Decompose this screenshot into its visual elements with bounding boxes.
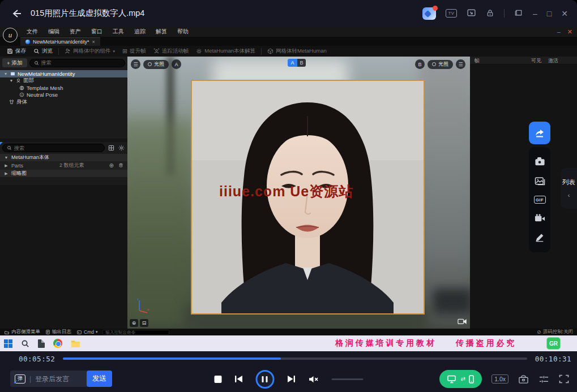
camera-a-button[interactable]: A bbox=[172, 59, 181, 69]
menu-tools[interactable]: 工具 bbox=[108, 28, 129, 36]
seek-bar[interactable] bbox=[63, 357, 527, 360]
console-command-input[interactable] bbox=[102, 330, 169, 335]
details-row-parts[interactable]: ▶ Parts 2 数组元素 ⊕ bbox=[0, 161, 127, 170]
menu-asset[interactable]: 资产 bbox=[65, 28, 86, 36]
ue-main-area: + 添加 ▼ NewMetaHumanIdentity bbox=[0, 57, 577, 329]
gif-capture-icon[interactable]: GIF bbox=[534, 196, 546, 204]
cmd-dropdown[interactable]: Cmd ▾ bbox=[76, 329, 97, 335]
component-from-mesh-button[interactable]: 网格体中的组件 ▾ bbox=[63, 48, 117, 55]
pause-button[interactable] bbox=[255, 370, 274, 389]
previous-button[interactable] bbox=[234, 375, 243, 383]
danmaku-toggle-icon[interactable]: 弹 ✓ bbox=[15, 374, 25, 384]
next-button[interactable] bbox=[287, 375, 296, 383]
chat-input[interactable] bbox=[35, 375, 87, 383]
tab-close-icon[interactable]: × bbox=[92, 39, 95, 45]
promote-frame-button[interactable]: ⊞ 提升帧 bbox=[121, 48, 148, 55]
camera-b-button[interactable]: B bbox=[415, 59, 425, 69]
chat-divider: | bbox=[29, 375, 31, 383]
folder-icon[interactable] bbox=[71, 339, 80, 347]
annotate-pen-icon[interactable] bbox=[535, 232, 545, 243]
list-side-tab[interactable]: 列表 ‹ bbox=[561, 168, 577, 209]
mesh-to-metahuman-button[interactable]: 网格体转MetaHuman bbox=[266, 48, 328, 55]
file-app-icon[interactable] bbox=[38, 339, 45, 348]
trash-icon[interactable] bbox=[118, 162, 123, 168]
tree-item-body[interactable]: 身体 bbox=[0, 98, 127, 106]
menu-solve[interactable]: 解算 bbox=[151, 28, 172, 36]
image-capture-icon[interactable] bbox=[535, 176, 545, 186]
details-section-identity[interactable]: ▼ MetaHuman本体 bbox=[0, 154, 127, 161]
tv-cast-icon[interactable]: TV bbox=[446, 9, 457, 18]
tree-item-template-mesh[interactable]: Template Mesh bbox=[0, 84, 127, 92]
windows-start-icon[interactable] bbox=[4, 339, 12, 348]
taskbar-search-icon[interactable] bbox=[21, 339, 29, 348]
viewport-menu-icon[interactable]: ☰ bbox=[456, 59, 465, 69]
video-record-icon[interactable] bbox=[535, 214, 545, 222]
video-title: 015用照片生成虚拟数字人.mp4 bbox=[31, 8, 144, 19]
ue-minimize-button[interactable]: – bbox=[557, 28, 561, 35]
tree-item-root[interactable]: ▼ NewMetaHumanIdentity bbox=[0, 70, 127, 77]
player-right-controls: ⇄ 1.0x bbox=[439, 366, 569, 392]
screenshot-camera-icon[interactable] bbox=[535, 157, 545, 166]
details-search[interactable] bbox=[2, 144, 105, 152]
zoom-fit-icon[interactable]: ⊟ bbox=[140, 319, 148, 327]
video-content[interactable]: u 文件 编辑 资产 窗口 工具 追踪 解算 帮助 – ✕ NewMetaHum… bbox=[0, 27, 577, 335]
chrome-icon[interactable] bbox=[53, 339, 62, 348]
add-element-icon[interactable]: ⊕ bbox=[109, 162, 114, 169]
track-active-frame-button[interactable]: 追踪活动帧 bbox=[152, 48, 191, 55]
menu-file[interactable]: 文件 bbox=[22, 28, 43, 36]
view-mode-lit-left[interactable]: 光照 bbox=[143, 60, 169, 69]
display-filter-icon[interactable] bbox=[107, 145, 115, 151]
minimize-button[interactable]: – bbox=[533, 10, 537, 18]
settings-gear-icon[interactable] bbox=[117, 145, 125, 151]
identity-solve-button[interactable]: MetaHuman本体解算 bbox=[194, 48, 257, 55]
lock-icon[interactable] bbox=[486, 8, 494, 19]
training-watermark-left: 格 润 传 媒 培 训 专 用 教 材 bbox=[335, 338, 434, 348]
app-logo-icon[interactable] bbox=[422, 7, 436, 20]
playback-speed-button[interactable]: 1.0x bbox=[491, 374, 508, 384]
save-icon bbox=[7, 48, 13, 54]
caret-down-icon[interactable]: ▼ bbox=[9, 79, 14, 83]
column-frame: 帧 bbox=[475, 57, 480, 64]
close-button[interactable]: ✕ bbox=[561, 10, 568, 18]
mini-player-icon[interactable] bbox=[467, 8, 476, 19]
pin-sidebar-icon[interactable] bbox=[514, 8, 523, 18]
save-button[interactable]: 保存 bbox=[5, 48, 28, 55]
view-b-button[interactable]: B bbox=[297, 59, 306, 67]
viewport-camera-icon[interactable] bbox=[458, 317, 467, 327]
fullscreen-button[interactable] bbox=[559, 374, 569, 384]
add-button[interactable]: + 添加 bbox=[2, 58, 27, 67]
caret-right-icon[interactable]: ▶ bbox=[4, 163, 8, 168]
tree-item-neutral-pose[interactable]: Neutral Pose bbox=[0, 92, 127, 99]
viewport-menu-icon[interactable]: ☰ bbox=[131, 59, 140, 69]
source-control-status[interactable]: ⊘ 源码控制:关闭 bbox=[537, 329, 573, 335]
outliner-search-input[interactable] bbox=[41, 60, 121, 66]
ue-close-button[interactable]: ✕ bbox=[567, 28, 572, 36]
screen-cast-toggle[interactable]: ⇄ bbox=[439, 370, 482, 388]
details-section-thumbnail[interactable]: ▶ 缩略图 bbox=[0, 170, 127, 177]
menu-help[interactable]: 帮助 bbox=[172, 28, 194, 36]
output-log-button[interactable]: 输出日志 bbox=[45, 329, 71, 335]
outliner-search[interactable] bbox=[29, 59, 125, 67]
stop-button[interactable] bbox=[214, 376, 221, 383]
caret-down-icon[interactable]: ▼ bbox=[3, 72, 8, 76]
asset-tab[interactable]: NewMetaHumanIdentity* × bbox=[20, 37, 100, 46]
menu-track[interactable]: 追踪 bbox=[129, 28, 151, 36]
menu-window[interactable]: 窗口 bbox=[86, 28, 108, 36]
viewport[interactable]: iiiue.com Ue资源站 ☰ 光照 A A B B bbox=[127, 57, 470, 329]
view-mode-lit-right[interactable]: 光照 bbox=[428, 60, 453, 69]
volume-slider[interactable] bbox=[331, 378, 363, 380]
share-capture-button[interactable] bbox=[529, 122, 550, 144]
toolbox-button[interactable] bbox=[518, 374, 529, 384]
menu-edit[interactable]: 编辑 bbox=[43, 28, 65, 36]
settings-sliders-button[interactable] bbox=[538, 374, 549, 384]
browse-button[interactable]: 浏览 bbox=[32, 48, 54, 55]
content-drawer-button[interactable]: 内容侧滑菜单 bbox=[4, 329, 40, 335]
back-button[interactable] bbox=[9, 6, 24, 21]
mute-button[interactable] bbox=[308, 375, 319, 384]
view-a-button[interactable]: A bbox=[288, 59, 297, 67]
send-button[interactable]: 发送 bbox=[87, 371, 112, 387]
maximize-button[interactable]: □ bbox=[547, 10, 552, 18]
details-search-input[interactable] bbox=[14, 145, 100, 151]
tree-item-face[interactable]: ▼ 面部 bbox=[0, 77, 127, 85]
zoom-in-icon[interactable]: ⊕ bbox=[130, 319, 138, 327]
